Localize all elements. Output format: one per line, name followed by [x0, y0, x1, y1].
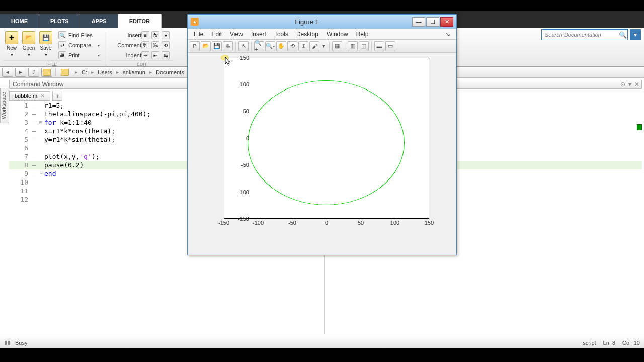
back-button[interactable]: ◄	[2, 68, 13, 77]
cmdwin-dropdown-icon[interactable]: ⊙	[620, 81, 625, 88]
ytick-neg100: -100	[229, 189, 249, 195]
save-button[interactable]: 💾Save▾	[37, 30, 54, 60]
cmdwin-undock-icon[interactable]: ▾	[628, 81, 631, 88]
figure-menu-insert[interactable]: Insert	[247, 30, 270, 39]
figure-maximize-button[interactable]: ☐	[426, 17, 439, 27]
figure-zoomout-icon[interactable]: 🔍-	[265, 41, 275, 51]
toolstrip-expand-button[interactable]: ▾	[630, 29, 641, 40]
print-label: Print	[68, 52, 98, 58]
editor-file-tabs: bubble.m ✕ +	[9, 90, 62, 101]
figure-link-icon[interactable]: ▾	[320, 41, 327, 51]
open-label: Open	[23, 45, 35, 51]
file-tab-add-button[interactable]: +	[52, 90, 62, 101]
search-icon[interactable]: 🔍	[618, 31, 627, 39]
axes[interactable]	[224, 58, 429, 219]
figure-close-button[interactable]: ✕	[440, 17, 453, 27]
path-users[interactable]: Users	[98, 69, 112, 75]
file-section-label: FILE	[3, 60, 102, 67]
xtick-150: 150	[422, 220, 437, 226]
code-line-3: for k=1:1:40	[44, 118, 92, 127]
file-tab-bubble[interactable]: bubble.m ✕	[9, 91, 50, 101]
figure-colorbar-icon[interactable]: ▦	[332, 41, 342, 51]
forward-button[interactable]: ►	[15, 68, 26, 77]
xtick-50: 50	[353, 220, 368, 226]
comment-label: Comment	[112, 42, 141, 48]
open-button[interactable]: 📂Open▾	[20, 30, 37, 60]
figure-title: Figure 1	[203, 18, 411, 26]
code-line-1: r1=5;	[44, 101, 64, 110]
figure-menu-window[interactable]: Window	[323, 30, 352, 39]
up-button[interactable]: ⤴	[28, 68, 39, 77]
figure-hideplot-icon[interactable]: ▬	[374, 41, 384, 51]
status-script: script	[583, 340, 596, 346]
figure-save-icon[interactable]: 💾	[212, 41, 222, 51]
figure-legend-icon[interactable]: ▥	[348, 41, 358, 51]
ytick-0: 0	[229, 135, 249, 141]
figure-showplot-icon[interactable]: ▭	[385, 41, 395, 51]
matlab-icon: ▲	[191, 18, 199, 26]
figure-menu-desktop[interactable]: Desktop	[292, 30, 323, 39]
browse-button[interactable]	[41, 68, 52, 77]
status-bar: ▮▮ Busy script Ln 8 Col 10	[0, 337, 644, 348]
path-drive[interactable]: C:	[82, 69, 87, 75]
figure-pointer-icon[interactable]: ↖	[238, 41, 249, 51]
figure-menu-edit[interactable]: Edit	[207, 30, 226, 39]
new-button[interactable]: ✚New▾	[3, 30, 20, 60]
workspace-tab[interactable]: Workspace	[0, 88, 9, 123]
figure-pan-icon[interactable]: ✋	[276, 41, 286, 51]
figure-insertlegend-icon[interactable]: ◫	[359, 41, 369, 51]
tab-plots[interactable]: PLOTS	[39, 14, 80, 28]
search-documentation[interactable]: 🔍	[541, 29, 628, 40]
figure-toolbar: 🗋 📂 💾 🖶 ↖ 🔍+ 🔍- ✋ ⟲ ⊕ 🖌 ▾ ▦ ▥ ◫ ▬ ▭	[188, 40, 456, 53]
tab-home[interactable]: HOME	[0, 14, 39, 28]
tab-apps[interactable]: APPS	[80, 14, 118, 28]
command-window-title: Command Window	[13, 81, 63, 88]
figure-menu-file[interactable]: File	[190, 30, 207, 39]
find-files-button[interactable]: 🔍Find Files	[56, 30, 102, 40]
figure-open-icon[interactable]: 📂	[201, 41, 211, 51]
compare-label: Compare	[68, 42, 98, 48]
mouse-cursor-icon	[225, 57, 232, 67]
figure-brush-icon[interactable]: 🖌	[309, 41, 319, 51]
tab-editor[interactable]: EDITOR	[118, 14, 162, 28]
figure-menu-view[interactable]: View	[226, 30, 247, 39]
xtick-0: 0	[319, 220, 334, 226]
code-analyzer-indicator[interactable]	[637, 124, 642, 130]
figure-menubar: File Edit View Insert Tools Desktop Wind…	[188, 29, 456, 40]
drive-icon	[61, 69, 69, 76]
figure-menu-help[interactable]: Help	[352, 30, 373, 39]
figure-print-icon[interactable]: 🖶	[223, 41, 233, 51]
figure-minimize-button[interactable]: —	[412, 17, 425, 27]
path-user[interactable]: ankamun	[123, 69, 145, 75]
code-line-2: theta=linspace(-pi,pi,400);	[44, 110, 150, 118]
file-tab-label: bubble.m	[15, 93, 37, 99]
figure-menu-tools[interactable]: Tools	[270, 30, 292, 39]
file-tab-close-icon[interactable]: ✕	[40, 93, 45, 99]
xtick-neg100: -100	[251, 220, 266, 226]
figure-zoomin-icon[interactable]: 🔍+	[254, 41, 264, 51]
figure-window[interactable]: ▲ Figure 1 — ☐ ✕ File Edit View Insert T…	[187, 14, 457, 255]
figure-menu-dock-icon[interactable]: ↘	[441, 30, 454, 39]
comment-button[interactable]: Comment%‰⟲	[110, 40, 174, 50]
ytick-50: 50	[229, 108, 249, 114]
ytick-100: 100	[229, 81, 249, 87]
compare-button[interactable]: ⇄Compare▾	[56, 40, 102, 50]
code-line-7: plot(x,y,'g');	[44, 152, 100, 161]
path-documents[interactable]: Documents	[156, 69, 184, 75]
search-input[interactable]	[542, 31, 618, 39]
figure-new-icon[interactable]: 🗋	[190, 41, 200, 51]
print-button[interactable]: 🖶Print▾	[56, 50, 102, 60]
indent-button[interactable]: Indent⇥⇤↹	[110, 50, 174, 60]
figure-axes-area: 150 100 50 0 -50 -100 -150 -150 -100 -50…	[188, 53, 456, 255]
ytick-neg50: -50	[229, 162, 249, 168]
folder-icon	[43, 69, 51, 76]
code-line-5: y=r1*k*sin(theta);	[44, 135, 115, 144]
xtick-neg50: -50	[285, 220, 300, 226]
insert-button[interactable]: Insert≡fx▾	[110, 30, 174, 40]
figure-titlebar[interactable]: ▲ Figure 1 — ☐ ✕	[188, 15, 456, 29]
figure-datacursor-icon[interactable]: ⊕	[298, 41, 308, 51]
edit-section-label: EDIT	[110, 60, 174, 67]
figure-rotate-icon[interactable]: ⟲	[287, 41, 297, 51]
cmdwin-close-icon[interactable]: ✕	[634, 81, 639, 88]
indent-label: Indent	[112, 52, 141, 58]
